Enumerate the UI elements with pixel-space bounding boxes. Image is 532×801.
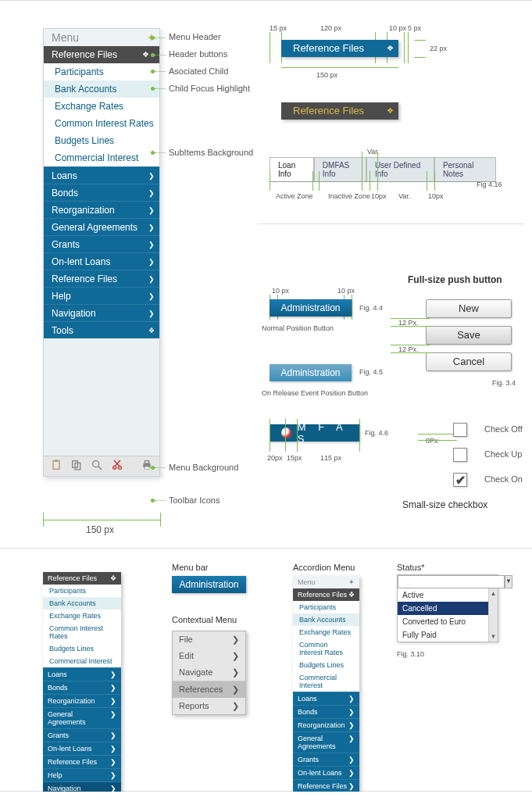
position-button-release[interactable]: Administration (270, 364, 352, 381)
reference-bar-dark[interactable]: Reference Files❖ (281, 102, 398, 120)
reference-bar-blue[interactable]: Reference Files❖ (281, 40, 398, 57)
menu-selected-item[interactable]: Reference Files ❖ (44, 46, 159, 63)
menu-category[interactable]: Bonds❯ (44, 184, 159, 201)
menu-sub-item[interactable]: Budgets Lines (44, 132, 159, 149)
fig-label: Fig. 3.4 (492, 379, 516, 387)
status-input[interactable] (398, 575, 505, 588)
menu-sub-item[interactable]: Common Interest Rates (293, 638, 359, 659)
tab[interactable]: DMFAS Info (314, 157, 366, 181)
menu-sub-item[interactable]: Participants (44, 63, 159, 80)
menu-category[interactable]: On-lent Loans❯ (293, 766, 359, 779)
menu-category[interactable]: Loans❯ (43, 667, 121, 681)
menu-sub-item[interactable]: Bank Accounts (43, 597, 121, 610)
menu-sub-item[interactable]: Common Interest Rates (44, 115, 159, 132)
menu-category[interactable]: Help❯ (43, 768, 121, 781)
chevron-icon: ❯ (348, 782, 355, 790)
menu-sub-item[interactable]: Exchange Rates (293, 626, 359, 638)
menu-sub-item[interactable]: Commercial Interest (43, 655, 121, 667)
cut-icon[interactable] (111, 459, 123, 474)
context-menu-item[interactable]: Navigate❯ (173, 664, 245, 681)
svg-point-4 (93, 460, 99, 467)
context-menu-item[interactable]: Edit❯ (173, 648, 245, 664)
pin-icon[interactable]: ✦ (348, 578, 355, 586)
px-label: 10 px (337, 287, 355, 295)
tab[interactable]: Personal Notes (434, 157, 496, 181)
menu-category[interactable]: Reorganization❯ (43, 694, 121, 707)
dropdown-toggle[interactable]: ▼ (505, 575, 512, 588)
annotation: Menu Background (169, 463, 238, 472)
menu-category[interactable]: Grants❯ (43, 728, 121, 742)
menu-category[interactable]: Reference Files❯ (44, 270, 159, 287)
status-option[interactable]: Cancelled (398, 602, 488, 615)
menu-category[interactable]: Grants❯ (293, 753, 359, 766)
menu-category[interactable]: Grants❯ (44, 235, 159, 252)
status-option[interactable]: Converted to Euro (398, 615, 488, 628)
new-button[interactable]: New (426, 299, 512, 318)
fig-label: Fig 4.16 (477, 181, 502, 188)
menu-sub-item[interactable]: Common Interest Rates (43, 622, 121, 642)
checkbox-up[interactable] (453, 448, 467, 462)
menu-sub-item[interactable]: Budgets Lines (43, 642, 121, 655)
menu-sub-item[interactable]: Bank Accounts (44, 80, 159, 98)
scroll-down-icon[interactable]: ▼ (491, 633, 497, 640)
menu-sub-item[interactable]: Exchange Rates (44, 98, 159, 115)
menu-category[interactable]: Bonds❯ (293, 705, 359, 718)
menu-category[interactable]: Loans❯ (44, 166, 159, 184)
scroll-up-icon[interactable]: ▲ (491, 590, 497, 597)
tab[interactable]: User Defined Info (366, 157, 434, 181)
menu-sub-item[interactable]: Participants (293, 601, 359, 613)
search-icon[interactable] (91, 459, 103, 474)
clipboard-icon[interactable] (50, 459, 62, 474)
menu-category[interactable]: Navigation❯ (43, 781, 121, 792)
checkbox-off[interactable] (453, 423, 467, 437)
menu-sub-item[interactable]: Budgets Lines (293, 659, 359, 671)
fig-label: Fig. 4.4 (359, 304, 383, 312)
menu-category[interactable]: General Agreements❯ (43, 707, 121, 728)
menu-category[interactable]: Tools❖ (44, 321, 159, 338)
menu-sub-item[interactable]: Commercial Interest (293, 671, 359, 692)
menu-category[interactable]: Reorganization❯ (44, 201, 159, 218)
chevron-icon: ❯ (110, 745, 116, 753)
menu-category[interactable]: Navigation❯ (44, 304, 159, 321)
context-menu-item[interactable]: Reports❯ (173, 698, 245, 714)
menu-category[interactable]: Reorganization❯ (293, 718, 359, 731)
scrollbar[interactable]: ▲▼ (488, 588, 498, 642)
menu-selected-item[interactable]: Reference Files❖ (293, 588, 359, 601)
chevron-icon: ❯ (110, 731, 116, 739)
svg-rect-0 (53, 460, 59, 469)
menu-category[interactable]: On-lent Loans❯ (44, 252, 159, 270)
menu-category[interactable]: Bonds❯ (43, 681, 121, 694)
menu-category[interactable]: Help❯ (44, 287, 159, 304)
cancel-button[interactable]: Cancel (426, 352, 512, 371)
menu-category[interactable]: General Agreements❯ (44, 218, 159, 235)
menu-header: Menu ✦ (44, 29, 159, 46)
menu-category[interactable]: Reference Files❯ (43, 755, 121, 768)
menu-sub-item[interactable]: Commercial Interest (44, 149, 159, 166)
save-button[interactable]: Save (426, 326, 512, 345)
status-option[interactable]: Fully Paid (398, 628, 488, 642)
copy-icon[interactable] (70, 459, 83, 474)
checkbox-on[interactable]: ✔ (453, 473, 467, 487)
menu-sub-item[interactable]: Bank Accounts (293, 613, 359, 626)
menu-category[interactable]: Reference Files❯ (293, 779, 359, 792)
menubar-button[interactable]: Administration (172, 576, 246, 593)
menu-category[interactable]: Loans❯ (293, 692, 359, 705)
tab[interactable]: Loan Info (270, 157, 314, 181)
menu-category[interactable]: On-lent Loans❯ (43, 742, 121, 755)
annotation: SubItems Background (169, 148, 253, 157)
context-menu-item[interactable]: References❯ (173, 681, 245, 698)
px-label: 15 px (270, 24, 287, 32)
context-menu: File❯ Edit❯ Navigate❯ References❯ Report… (172, 631, 246, 715)
status-option[interactable]: Active (398, 588, 488, 602)
menu-category[interactable]: General Agreements❯ (293, 731, 359, 753)
expand-icon: ❖ (348, 591, 355, 599)
expand-icon: ❖ (381, 102, 398, 120)
menu-sub-item[interactable]: Exchange Rates (43, 610, 121, 622)
position-button[interactable]: Administration (270, 299, 352, 316)
context-menu-item[interactable]: File❯ (173, 631, 245, 648)
expand-icon: ❖ (381, 40, 398, 57)
px-label: 20px (267, 454, 283, 462)
menu-sub-item[interactable]: Participants (43, 585, 121, 597)
px-label: 5 px (408, 24, 421, 32)
menu-selected-item[interactable]: Reference Files❖ (43, 572, 121, 585)
